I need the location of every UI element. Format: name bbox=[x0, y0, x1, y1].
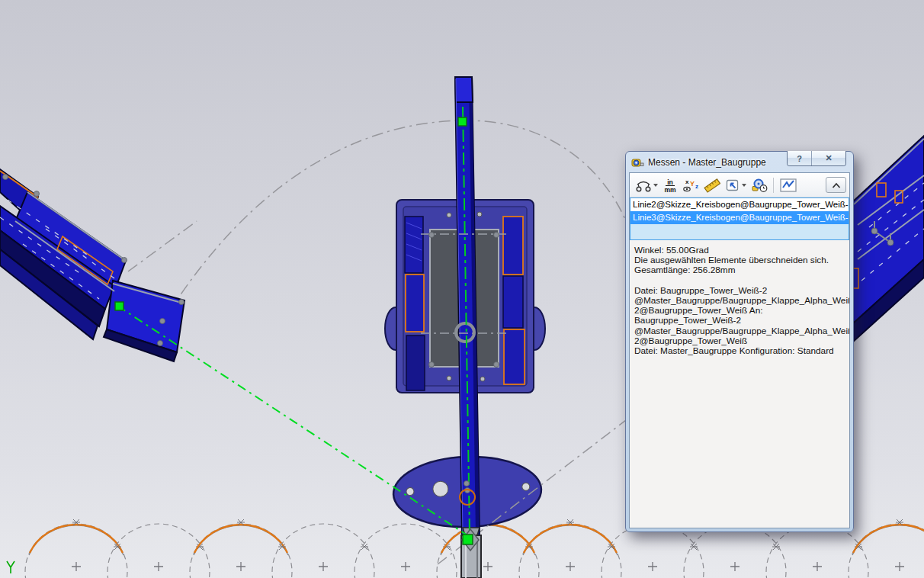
svg-text:mm: mm bbox=[664, 186, 676, 193]
toolbar-separator bbox=[773, 178, 774, 193]
caption-buttons: ? ✕ bbox=[787, 151, 846, 166]
collapse-button[interactable] bbox=[826, 177, 846, 193]
selection-point-bottom bbox=[463, 535, 473, 544]
selection-listbox[interactable]: Linie2@Skizze_Kreisbogen@Baugruppe_Tower… bbox=[630, 197, 849, 240]
chart-icon bbox=[779, 178, 797, 193]
selection-arrow-icon bbox=[725, 178, 740, 193]
show-xyz-icon: x Y z bbox=[682, 178, 699, 193]
trend-chart-button[interactable] bbox=[778, 175, 799, 195]
selection-point-top bbox=[458, 117, 467, 126]
quick-ruler-button[interactable] bbox=[702, 175, 722, 195]
selection-filter-button[interactable] bbox=[723, 175, 748, 195]
solidworks-screen: { "window": { "title": "Messen - Master_… bbox=[0, 0, 924, 578]
tape-measure-icon bbox=[631, 156, 644, 169]
arc-measure-icon bbox=[635, 178, 652, 193]
svg-text:z: z bbox=[695, 183, 698, 190]
result-line bbox=[634, 276, 845, 286]
ruler-icon bbox=[704, 178, 720, 193]
dialog-client-area: in mm x Y z bbox=[629, 172, 850, 528]
help-button[interactable]: ? bbox=[788, 151, 811, 165]
units-inmm-button[interactable]: in mm bbox=[661, 175, 679, 195]
arc-measure-button[interactable] bbox=[634, 175, 659, 195]
svg-text:in: in bbox=[667, 178, 673, 185]
selection-point-left bbox=[115, 302, 124, 310]
measure-toolbar: in mm x Y z bbox=[630, 173, 849, 197]
svg-text:x: x bbox=[685, 178, 689, 185]
dropdown-caret-icon bbox=[653, 184, 658, 187]
close-button[interactable]: ✕ bbox=[811, 151, 845, 165]
result-line: Baugruppe_Tower_Weiß-2 bbox=[634, 316, 845, 326]
units-inmm-icon: in mm bbox=[663, 178, 678, 193]
result-line: @Master_Baugruppe/Baugruppe_Klappe_Alpha… bbox=[634, 326, 845, 336]
result-line: Gesamtlänge: 256.28mm bbox=[634, 265, 845, 275]
measure-history-icon bbox=[751, 178, 768, 193]
result-line: Datei: Master_Baugruppe Konfiguration: S… bbox=[634, 346, 845, 356]
list-item[interactable]: Linie3@Skizze_Kreisbogen@Baugruppe_Tower… bbox=[630, 211, 849, 224]
dropdown-caret-icon bbox=[742, 184, 746, 187]
svg-text:Y: Y bbox=[690, 180, 695, 188]
measure-history-button[interactable] bbox=[749, 175, 769, 195]
chevron-up-icon bbox=[831, 181, 842, 189]
dialog-title: Messen - Master_Baugruppe bbox=[648, 157, 766, 168]
list-item[interactable]: Linie2@Skizze_Kreisbogen@Baugruppe_Tower… bbox=[630, 198, 849, 211]
measure-results: Winkel: 55.00Grad Die ausgewählten Eleme… bbox=[630, 240, 849, 528]
measure-dialog[interactable]: Messen - Master_Baugruppe ? ✕ in bbox=[625, 151, 854, 532]
show-xyz-button[interactable]: x Y z bbox=[681, 175, 701, 195]
